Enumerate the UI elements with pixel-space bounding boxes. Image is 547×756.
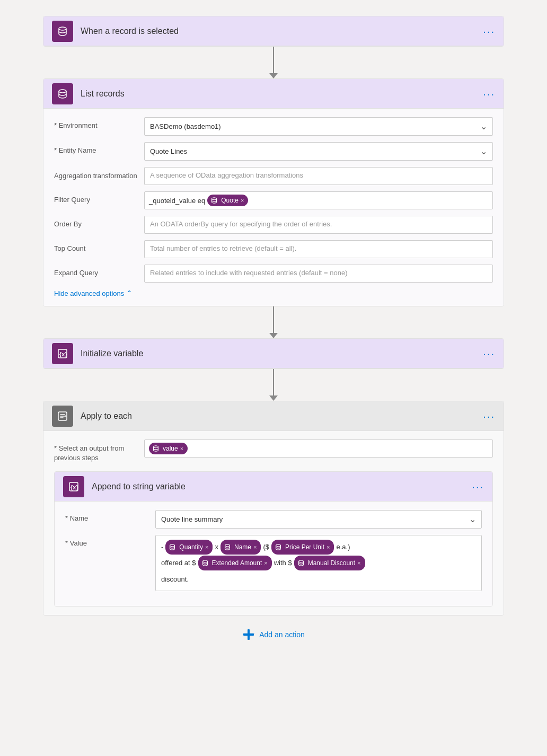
- svg-point-11: [276, 544, 281, 547]
- list-records-more[interactable]: ···: [483, 89, 495, 99]
- manual-discount-token: Manual Discount ×: [294, 556, 365, 570]
- append-name-row: * Name Quote line summary ⌄: [65, 510, 482, 529]
- extended-amount-token-close-icon[interactable]: ×: [264, 557, 267, 569]
- svg-point-6: [154, 446, 158, 448]
- svg-point-1: [59, 90, 66, 93]
- filter-token-close-icon[interactable]: ×: [241, 197, 244, 204]
- select-output-row: * Select an output from previous steps: [54, 439, 493, 463]
- init-variable-header: {x} Initialize variable ···: [43, 339, 504, 368]
- apply-each-title: Apply to each: [81, 411, 483, 421]
- top-count-value-wrapper: Total number of entries to retrieve (def…: [144, 240, 493, 258]
- price-per-unit-token-close-icon[interactable]: ×: [327, 541, 330, 553]
- quantity-db-icon: [167, 542, 177, 552]
- append-name-value: Quote line summary: [161, 515, 223, 523]
- manual-discount-token-close-icon[interactable]: ×: [357, 557, 360, 569]
- value-text5: offered at $: [161, 556, 196, 570]
- entity-name-row: * Entity Name Quote Lines ⌄: [54, 142, 493, 161]
- trigger-more[interactable]: ···: [483, 26, 495, 37]
- top-count-placeholder: Total number of entries to retrieve (def…: [150, 244, 296, 252]
- svg-point-0: [59, 27, 66, 30]
- entity-chevron-icon: ⌄: [480, 146, 487, 156]
- manual-discount-token-label: Manual Discount: [308, 557, 355, 569]
- environment-value: BASDemo (basdemo1): [150, 122, 221, 130]
- name-token: Name ×: [220, 540, 261, 555]
- entity-name-value: Quote Lines: [150, 147, 187, 155]
- extended-amount-token: Extended Amount ×: [198, 556, 272, 570]
- name-token-close-icon[interactable]: ×: [253, 541, 257, 553]
- init-variable-more[interactable]: ···: [483, 348, 495, 359]
- entity-name-label: * Entity Name: [54, 142, 144, 154]
- entity-name-dropdown[interactable]: Quote Lines ⌄: [144, 142, 493, 161]
- add-action-icon: [242, 628, 255, 641]
- expand-query-placeholder: Related entries to include with requeste…: [150, 269, 348, 277]
- svg-text:{x}: {x}: [70, 484, 78, 490]
- add-action-button[interactable]: Add an action: [242, 628, 305, 641]
- svg-point-9: [170, 544, 175, 547]
- svg-rect-16: [243, 633, 254, 634]
- svg-point-13: [298, 560, 303, 562]
- page-wrapper: When a record is selected ··· List recor…: [0, 0, 547, 756]
- arrow-3: [269, 369, 278, 401]
- expand-query-value-wrapper: Related entries to include with requeste…: [144, 265, 493, 283]
- entity-name-value-wrapper: Quote Lines ⌄: [144, 142, 493, 161]
- environment-value-wrapper: BASDemo (basdemo1) ⌄: [144, 117, 493, 136]
- hide-advanced-btn[interactable]: Hide advanced options ⌃: [54, 289, 493, 297]
- arrow-line-2: [273, 306, 274, 333]
- arrow-line-1: [273, 47, 274, 73]
- arrow-head-3: [269, 395, 278, 401]
- filter-query-label: Filter Query: [54, 191, 144, 204]
- append-value-row: * Value -: [65, 535, 482, 591]
- trigger-header: When a record is selected ···: [43, 16, 504, 46]
- select-output-token: value ×: [149, 443, 188, 454]
- value-text7: discount.: [161, 575, 189, 583]
- apply-each-more[interactable]: ···: [483, 411, 495, 421]
- name-token-label: Name: [234, 541, 251, 553]
- select-output-input[interactable]: value ×: [144, 439, 493, 458]
- filter-query-token: Quote ×: [207, 195, 248, 206]
- init-variable-icon: {x}: [52, 343, 73, 364]
- svg-point-10: [225, 544, 230, 547]
- aggregation-value-wrapper: A sequence of OData aggregation transfor…: [144, 167, 493, 185]
- trigger-icon: [52, 21, 73, 42]
- arrow-line-3: [273, 369, 274, 395]
- filter-query-value-wrapper: _quoteid_value eq Quote: [144, 191, 493, 209]
- aggregation-label: Aggregation transformation: [54, 167, 144, 181]
- expand-query-label: Expand Query: [54, 265, 144, 277]
- value-prefix: -: [161, 540, 163, 554]
- apply-each-card: Apply to each ··· * Select an output fro…: [43, 401, 504, 616]
- name-db-icon: [223, 542, 232, 552]
- value-text6: with $: [274, 556, 292, 570]
- extended-amount-token-label: Extended Amount: [212, 557, 262, 569]
- expand-query-input[interactable]: Related entries to include with requeste…: [144, 265, 493, 283]
- top-count-input[interactable]: Total number of entries to retrieve (def…: [144, 240, 493, 258]
- append-string-body: * Name Quote line summary ⌄ * Value: [55, 502, 492, 606]
- add-action-container: Add an action: [242, 628, 305, 641]
- hide-advanced-label: Hide advanced options: [54, 289, 124, 297]
- price-per-unit-token: Price Per Unit ×: [271, 540, 334, 555]
- list-records-body: * Environment BASDemo (basdemo1) ⌄ * Ent…: [43, 109, 504, 306]
- trigger-card: When a record is selected ···: [43, 16, 504, 47]
- select-output-value-wrapper: value ×: [144, 439, 493, 458]
- manual-discount-db-icon: [296, 558, 306, 568]
- append-name-dropdown[interactable]: Quote line summary ⌄: [155, 510, 482, 529]
- output-token-close-icon[interactable]: ×: [180, 445, 183, 452]
- order-by-input[interactable]: An ODATA orderBy query for specifying th…: [144, 216, 493, 234]
- append-string-more[interactable]: ···: [472, 481, 484, 492]
- value-text2: x: [215, 540, 218, 554]
- quantity-token: Quantity ×: [165, 540, 213, 555]
- top-count-label: Top Count: [54, 240, 144, 252]
- environment-dropdown[interactable]: BASDemo (basdemo1) ⌄: [144, 117, 493, 136]
- flow-container: When a record is selected ··· List recor…: [43, 16, 504, 641]
- append-value-input[interactable]: -: [155, 535, 482, 591]
- add-action-label: Add an action: [259, 630, 305, 639]
- environment-row: * Environment BASDemo (basdemo1) ⌄: [54, 117, 493, 136]
- append-string-icon: {x}: [63, 476, 84, 497]
- filter-query-input[interactable]: _quoteid_value eq Quote: [144, 191, 493, 209]
- aggregation-input[interactable]: A sequence of OData aggregation transfor…: [144, 167, 493, 185]
- quantity-token-close-icon[interactable]: ×: [205, 541, 208, 553]
- filter-token-db-icon: [209, 196, 219, 205]
- arrow-1: [269, 47, 278, 78]
- svg-text:{x}: {x}: [59, 351, 67, 357]
- list-records-card: List records ··· * Environment BASDemo (…: [43, 78, 504, 306]
- append-name-label: * Name: [65, 510, 155, 522]
